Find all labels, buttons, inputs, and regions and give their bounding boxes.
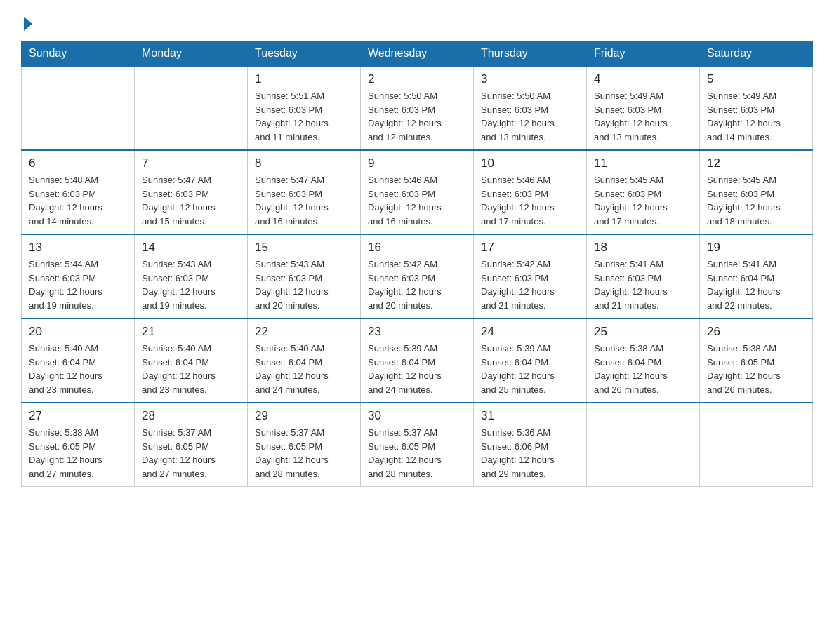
day-number: 31 [481, 409, 579, 423]
calendar-cell: 9Sunrise: 5:46 AM Sunset: 6:03 PM Daylig… [361, 150, 474, 234]
calendar-cell: 5Sunrise: 5:49 AM Sunset: 6:03 PM Daylig… [700, 66, 813, 150]
column-header-sunday: Sunday [22, 41, 135, 67]
column-header-thursday: Thursday [474, 41, 587, 67]
day-number: 20 [29, 325, 127, 339]
day-info: Sunrise: 5:42 AM Sunset: 6:03 PM Dayligh… [481, 257, 579, 312]
calendar-cell [22, 66, 135, 150]
day-info: Sunrise: 5:37 AM Sunset: 6:05 PM Dayligh… [255, 426, 353, 481]
page-header [21, 14, 813, 28]
calendar-cell: 4Sunrise: 5:49 AM Sunset: 6:03 PM Daylig… [587, 66, 700, 150]
day-info: Sunrise: 5:39 AM Sunset: 6:04 PM Dayligh… [368, 342, 466, 396]
day-number: 10 [481, 156, 579, 170]
day-info: Sunrise: 5:36 AM Sunset: 6:06 PM Dayligh… [481, 426, 579, 481]
day-number: 23 [368, 325, 466, 339]
calendar-cell: 21Sunrise: 5:40 AM Sunset: 6:04 PM Dayli… [135, 318, 248, 403]
day-number: 8 [255, 156, 353, 170]
calendar-cell: 13Sunrise: 5:44 AM Sunset: 6:03 PM Dayli… [22, 234, 135, 318]
day-info: Sunrise: 5:37 AM Sunset: 6:05 PM Dayligh… [368, 426, 466, 481]
calendar-cell: 3Sunrise: 5:50 AM Sunset: 6:03 PM Daylig… [474, 66, 587, 150]
day-number: 26 [707, 325, 805, 339]
day-number: 14 [142, 241, 240, 255]
day-info: Sunrise: 5:43 AM Sunset: 6:03 PM Dayligh… [142, 257, 240, 312]
day-info: Sunrise: 5:38 AM Sunset: 6:04 PM Dayligh… [594, 342, 692, 396]
calendar-cell: 18Sunrise: 5:41 AM Sunset: 6:03 PM Dayli… [587, 234, 700, 318]
calendar-cell: 24Sunrise: 5:39 AM Sunset: 6:04 PM Dayli… [474, 318, 587, 403]
day-info: Sunrise: 5:41 AM Sunset: 6:03 PM Dayligh… [594, 257, 692, 312]
day-number: 2 [368, 72, 466, 86]
day-number: 28 [142, 409, 240, 423]
day-info: Sunrise: 5:39 AM Sunset: 6:04 PM Dayligh… [481, 342, 579, 396]
calendar-cell: 2Sunrise: 5:50 AM Sunset: 6:03 PM Daylig… [361, 66, 474, 150]
day-info: Sunrise: 5:50 AM Sunset: 6:03 PM Dayligh… [368, 89, 466, 144]
calendar-cell: 1Sunrise: 5:51 AM Sunset: 6:03 PM Daylig… [248, 66, 361, 150]
calendar-cell: 27Sunrise: 5:38 AM Sunset: 6:05 PM Dayli… [22, 403, 135, 487]
calendar-cell: 10Sunrise: 5:46 AM Sunset: 6:03 PM Dayli… [474, 150, 587, 234]
calendar-cell [135, 66, 248, 150]
day-number: 21 [142, 325, 240, 339]
day-info: Sunrise: 5:38 AM Sunset: 6:05 PM Dayligh… [29, 426, 127, 481]
day-info: Sunrise: 5:49 AM Sunset: 6:03 PM Dayligh… [594, 89, 692, 144]
calendar-cell: 28Sunrise: 5:37 AM Sunset: 6:05 PM Dayli… [135, 403, 248, 487]
calendar-cell: 14Sunrise: 5:43 AM Sunset: 6:03 PM Dayli… [135, 234, 248, 318]
day-info: Sunrise: 5:47 AM Sunset: 6:03 PM Dayligh… [142, 173, 240, 228]
day-info: Sunrise: 5:46 AM Sunset: 6:03 PM Dayligh… [368, 173, 466, 228]
calendar-week-row: 13Sunrise: 5:44 AM Sunset: 6:03 PM Dayli… [22, 234, 813, 318]
day-number: 16 [368, 241, 466, 255]
day-number: 13 [29, 241, 127, 255]
day-number: 19 [707, 241, 805, 255]
logo [21, 14, 32, 28]
day-info: Sunrise: 5:47 AM Sunset: 6:03 PM Dayligh… [255, 173, 353, 228]
day-number: 29 [255, 409, 353, 423]
calendar-cell [587, 403, 700, 487]
calendar-cell: 12Sunrise: 5:45 AM Sunset: 6:03 PM Dayli… [700, 150, 813, 234]
day-info: Sunrise: 5:40 AM Sunset: 6:04 PM Dayligh… [29, 342, 127, 396]
day-info: Sunrise: 5:51 AM Sunset: 6:03 PM Dayligh… [255, 89, 353, 144]
day-info: Sunrise: 5:41 AM Sunset: 6:04 PM Dayligh… [707, 257, 805, 312]
day-number: 27 [29, 409, 127, 423]
day-info: Sunrise: 5:40 AM Sunset: 6:04 PM Dayligh… [255, 342, 353, 396]
calendar-header-row: SundayMondayTuesdayWednesdayThursdayFrid… [22, 41, 813, 67]
column-header-saturday: Saturday [700, 41, 813, 67]
calendar-week-row: 20Sunrise: 5:40 AM Sunset: 6:04 PM Dayli… [22, 318, 813, 403]
day-info: Sunrise: 5:40 AM Sunset: 6:04 PM Dayligh… [142, 342, 240, 396]
calendar-week-row: 27Sunrise: 5:38 AM Sunset: 6:05 PM Dayli… [22, 403, 813, 487]
day-number: 22 [255, 325, 353, 339]
calendar-cell [700, 403, 813, 487]
calendar-cell: 26Sunrise: 5:38 AM Sunset: 6:05 PM Dayli… [700, 318, 813, 403]
day-info: Sunrise: 5:45 AM Sunset: 6:03 PM Dayligh… [594, 173, 692, 228]
calendar-cell: 25Sunrise: 5:38 AM Sunset: 6:04 PM Dayli… [587, 318, 700, 403]
calendar-cell: 23Sunrise: 5:39 AM Sunset: 6:04 PM Dayli… [361, 318, 474, 403]
column-header-tuesday: Tuesday [248, 41, 361, 67]
day-number: 18 [594, 241, 692, 255]
day-number: 6 [29, 156, 127, 170]
day-number: 7 [142, 156, 240, 170]
day-number: 1 [255, 72, 353, 86]
calendar-cell: 20Sunrise: 5:40 AM Sunset: 6:04 PM Dayli… [22, 318, 135, 403]
day-number: 17 [481, 241, 579, 255]
day-number: 12 [707, 156, 805, 170]
day-info: Sunrise: 5:43 AM Sunset: 6:03 PM Dayligh… [255, 257, 353, 312]
calendar-week-row: 6Sunrise: 5:48 AM Sunset: 6:03 PM Daylig… [22, 150, 813, 234]
calendar-cell: 17Sunrise: 5:42 AM Sunset: 6:03 PM Dayli… [474, 234, 587, 318]
calendar-table: SundayMondayTuesdayWednesdayThursdayFrid… [21, 41, 813, 487]
day-number: 15 [255, 241, 353, 255]
calendar-cell: 29Sunrise: 5:37 AM Sunset: 6:05 PM Dayli… [248, 403, 361, 487]
day-info: Sunrise: 5:44 AM Sunset: 6:03 PM Dayligh… [29, 257, 127, 312]
logo-arrow-icon [24, 17, 32, 31]
day-info: Sunrise: 5:50 AM Sunset: 6:03 PM Dayligh… [481, 89, 579, 144]
day-info: Sunrise: 5:46 AM Sunset: 6:03 PM Dayligh… [481, 173, 579, 228]
day-number: 4 [594, 72, 692, 86]
day-number: 5 [707, 72, 805, 86]
calendar-cell: 31Sunrise: 5:36 AM Sunset: 6:06 PM Dayli… [474, 403, 587, 487]
day-number: 25 [594, 325, 692, 339]
day-info: Sunrise: 5:37 AM Sunset: 6:05 PM Dayligh… [142, 426, 240, 481]
calendar-cell: 30Sunrise: 5:37 AM Sunset: 6:05 PM Dayli… [361, 403, 474, 487]
day-number: 24 [481, 325, 579, 339]
calendar-cell: 8Sunrise: 5:47 AM Sunset: 6:03 PM Daylig… [248, 150, 361, 234]
calendar-cell: 22Sunrise: 5:40 AM Sunset: 6:04 PM Dayli… [248, 318, 361, 403]
day-number: 11 [594, 156, 692, 170]
calendar-cell: 15Sunrise: 5:43 AM Sunset: 6:03 PM Dayli… [248, 234, 361, 318]
calendar-cell: 19Sunrise: 5:41 AM Sunset: 6:04 PM Dayli… [700, 234, 813, 318]
calendar-cell: 6Sunrise: 5:48 AM Sunset: 6:03 PM Daylig… [22, 150, 135, 234]
calendar-cell: 16Sunrise: 5:42 AM Sunset: 6:03 PM Dayli… [361, 234, 474, 318]
